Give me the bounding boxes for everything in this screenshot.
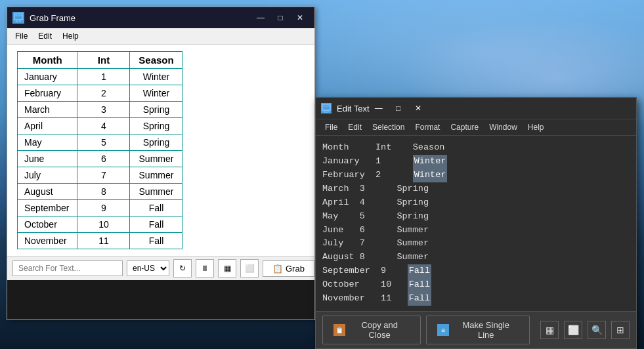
language-select[interactable]: en-US: [127, 260, 169, 276]
table-cell-int: 7: [77, 167, 130, 184]
grab-frame-close-button[interactable]: ✕: [291, 11, 309, 24]
table-cell-season: Spring: [130, 118, 182, 134]
et-copy-button[interactable]: ⬜: [564, 321, 582, 339]
edit-text-minimize-button[interactable]: —: [370, 102, 388, 115]
table-row: October 10 Fall: [18, 216, 182, 233]
table-header-row: Month Int Season: [18, 52, 182, 69]
copy-close-button[interactable]: 📋 Copy and Close: [322, 316, 421, 344]
text-content: June 6 Summer: [322, 224, 429, 237]
table-row: November 11 Fall: [18, 233, 182, 249]
edit-text-menubar: File Edit Selection Format Capture Windo…: [316, 119, 636, 136]
table-cell-int: 10: [77, 216, 130, 233]
copy-close-icon: 📋: [333, 324, 345, 336]
table-row: February 2 Winter: [18, 85, 182, 102]
text-line: September 9 Fall: [322, 264, 630, 278]
text-content: February 2: [322, 169, 413, 182]
table-header-int: Int: [77, 52, 130, 69]
table-cell-month: February: [18, 85, 77, 102]
svg-rect-0: [14, 14, 22, 20]
text-content: November 11: [322, 292, 408, 306]
edit-text-menu-file[interactable]: File: [320, 121, 343, 134]
grab-button[interactable]: 📋 Grab: [263, 260, 314, 277]
table-cell-month: October: [18, 216, 77, 233]
text-content: January 1: [322, 155, 413, 169]
table-cell-int: 3: [77, 102, 130, 118]
table-cell-season: Summer: [130, 184, 182, 200]
svg-rect-3: [322, 104, 330, 110]
pause-button[interactable]: ⏸: [196, 259, 214, 277]
table-cell-season: Spring: [130, 134, 182, 151]
table-row: June 6 Summer: [18, 151, 182, 167]
text-line: January 1 Winter: [322, 155, 630, 169]
table-cell-month: September: [18, 200, 77, 216]
edit-text-menu-format[interactable]: Format: [410, 121, 445, 134]
edit-text-maximize-button[interactable]: □: [389, 102, 408, 115]
table-cell-season: Winter: [130, 69, 182, 85]
table-row: May 5 Spring: [18, 134, 182, 151]
grab-frame-title-icon: [12, 12, 24, 24]
grab-frame-controls: — □ ✕: [251, 11, 309, 24]
grab-frame-minimize-button[interactable]: —: [251, 11, 270, 24]
table-cell-int: 8: [77, 184, 130, 200]
et-grid-button[interactable]: ▦: [540, 321, 559, 339]
highlighted-text: Fall: [408, 264, 431, 278]
table-cell-month: May: [18, 134, 77, 151]
text-line: April 4 Spring: [322, 196, 630, 210]
edit-text-title-icon: [321, 103, 332, 113]
table-cell-season: Spring: [130, 102, 182, 118]
edit-text-menu-capture[interactable]: Capture: [445, 121, 484, 134]
edit-text-content-area: Month Int SeasonJanuary 1 WinterFebruary…: [316, 136, 636, 311]
grab-label: Grab: [286, 264, 305, 274]
et-search-button[interactable]: 🔍: [588, 321, 606, 339]
grab-frame-window: Grab Frame — □ ✕ File Edit Help Month In…: [7, 7, 315, 320]
text-content: April 4 Spring: [322, 196, 429, 210]
search-input[interactable]: [12, 260, 123, 276]
text-line: November 11 Fall: [322, 292, 630, 306]
table-cell-season: Summer: [130, 151, 182, 167]
highlighted-text: Winter: [413, 155, 448, 169]
table-cell-int: 2: [77, 85, 130, 102]
grab-frame-menu-file[interactable]: File: [10, 30, 33, 43]
grab-frame-table-area: Month Int Season January 1 Winter Februa…: [7, 45, 314, 256]
table-cell-month: January: [18, 69, 77, 85]
grab-frame-title: Grab Frame: [30, 13, 251, 23]
text-line: July 7 Summer: [322, 237, 630, 251]
grab-frame-menu-edit[interactable]: Edit: [33, 30, 57, 43]
table-row: August 8 Summer: [18, 184, 182, 200]
edit-text-menu-edit[interactable]: Edit: [343, 121, 367, 134]
table-row: September 9 Fall: [18, 200, 182, 216]
et-apps-button[interactable]: ⊞: [611, 321, 630, 339]
make-single-line-button[interactable]: ≡ Make Single Line: [426, 316, 530, 344]
frame-button[interactable]: ⬜: [240, 259, 259, 277]
table-cell-season: Fall: [130, 216, 182, 233]
text-line: March 3 Spring: [322, 182, 630, 196]
table-cell-season: Fall: [130, 233, 182, 249]
table-cell-month: July: [18, 167, 77, 184]
text-line: October 10 Fall: [322, 278, 630, 292]
edit-text-controls: — □ ✕: [370, 102, 427, 115]
text-content: March 3 Spring: [322, 182, 429, 196]
edit-text-menu-window[interactable]: Window: [484, 121, 523, 134]
grid-button[interactable]: ▦: [218, 259, 236, 277]
table-cell-season: Summer: [130, 167, 182, 184]
highlighted-text: Winter: [413, 169, 448, 182]
edit-text-menu-help[interactable]: Help: [523, 121, 549, 134]
table-cell-int: 6: [77, 151, 130, 167]
grab-frame-preview: [7, 280, 314, 319]
table-cell-month: April: [18, 118, 77, 134]
grab-frame-menubar: File Edit Help: [7, 28, 314, 45]
text-content: Month Int Season: [322, 141, 444, 155]
edit-text-menu-selection[interactable]: Selection: [367, 121, 410, 134]
text-line: August 8 Summer: [322, 251, 630, 264]
table-cell-month: June: [18, 151, 77, 167]
svg-rect-5: [324, 110, 328, 112]
text-content: October 10: [322, 278, 408, 292]
highlighted-text: Fall: [408, 292, 431, 306]
text-content: September 9: [322, 264, 408, 278]
grab-frame-maximize-button[interactable]: □: [271, 11, 290, 24]
grab-frame-menu-help[interactable]: Help: [57, 30, 84, 43]
refresh-button[interactable]: ↻: [173, 259, 192, 277]
edit-text-close-button[interactable]: ✕: [409, 102, 427, 115]
text-line: June 6 Summer: [322, 224, 630, 237]
table-header-month: Month: [18, 52, 77, 69]
